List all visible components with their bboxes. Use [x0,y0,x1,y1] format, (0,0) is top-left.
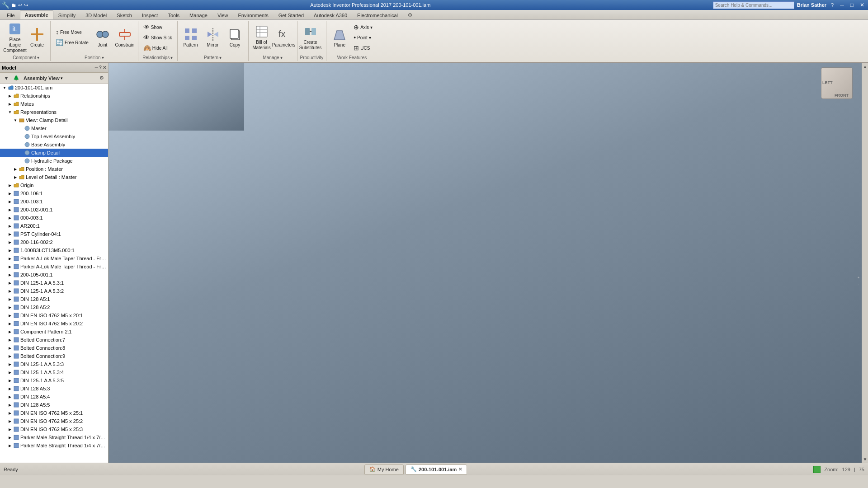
close-btn[interactable]: ✕ [858,2,866,8]
tree-item-mates[interactable]: ▶Mates [0,100,108,108]
tree-expand-parker-2[interactable]: ▶ [7,264,13,269]
tab-environments[interactable]: Environments [233,10,274,19]
tab-my-home[interactable]: 🏠 My Home [364,465,404,474]
tree-item-000-003-1[interactable]: ▶000-003:1 [0,214,108,222]
tree-expand-PST-Cylinder[interactable]: ▶ [7,231,13,237]
tree-item-bolted-conn-8[interactable]: ▶Bolted Connection:8 [0,344,108,352]
tree-expand-base-assembly[interactable] [18,142,24,147]
tree-item-bolted-conn-9[interactable]: ▶Bolted Connection:9 [0,352,108,360]
tree-item-parker-male-1[interactable]: ▶Parker Male Straight Thread 1/4 x 7/16-… [0,433,108,441]
tree-expand-master[interactable] [18,126,24,131]
tab-a360[interactable]: Autodesk A360 [309,10,352,19]
tree-item-level-of-detail[interactable]: ▶Level of Detail : Master [0,173,108,181]
tab-current-file[interactable]: 🔧 200-101-001.iam ✕ [406,465,467,474]
tree-expand-din-en-iso-4762-m5x25-3[interactable]: ▶ [7,427,13,432]
viewcube[interactable]: LEFT FRONT [821,67,857,103]
pattern-button[interactable]: Pattern [180,24,201,51]
minimize-btn[interactable]: ─ [838,2,846,8]
panel-resize-handle[interactable] [106,63,108,463]
tree-item-top-level[interactable]: Top Level Assembly [0,132,108,141]
tree-expand-din-en-iso-4762-m5x25-1[interactable]: ▶ [7,410,13,416]
tree-item-parker-male-2[interactable]: ▶Parker Male Straight Thread 1/4 x 7/16-… [0,441,108,450]
tree-expand-din125-5-3-3[interactable]: ▶ [7,361,13,367]
quick-save-icon[interactable]: 🖿 [11,2,16,8]
tab-simplify[interactable]: Simplify [53,10,81,19]
pattern-group-label[interactable]: Pattern ▾ [180,54,245,61]
tree-expand-din128-as2[interactable]: ▶ [7,305,13,310]
tree-item-din128-as3[interactable]: ▶DIN 128 A5:3 [0,385,108,393]
tree-item-din-en-iso-4762-m5x20-2[interactable]: ▶DIN EN ISO 4762 M5 x 20:2 [0,319,108,328]
relationships-group-label[interactable]: Relationships ▾ [141,54,175,61]
tree-expand-position-master[interactable]: ▶ [13,166,18,172]
tree-expand-din125-5-3-5[interactable]: ▶ [7,378,13,383]
tree-item-root[interactable]: ▼200-101-001.iam [0,84,108,92]
tab-sketch[interactable]: Sketch [112,10,137,19]
help-btn[interactable]: ? [829,2,835,8]
tab-view[interactable]: View [212,10,233,19]
tree-expand-AR200-1[interactable]: ▶ [7,223,13,229]
tree-expand-bolted-conn-7[interactable]: ▶ [7,337,13,343]
tree-expand-parker-male-1[interactable]: ▶ [7,435,13,440]
manage-group-label[interactable]: Manage ▾ [251,54,294,61]
tree-expand-din125-1a-5-3-2[interactable]: ▶ [7,288,13,294]
tree-item-din-en-iso-4762-m5x25-3[interactable]: ▶DIN EN ISO 4762 M5 x 25:3 [0,425,108,433]
tree-expand-200-105-001-1[interactable]: ▶ [7,272,13,277]
panel-close-btn[interactable]: ✕ [103,65,106,70]
free-rotate-button[interactable]: 🔄 Free Rotate [53,38,91,47]
tree-expand-hydraulic[interactable] [18,158,24,164]
assembly-view-dropdown[interactable]: ▾ [61,76,63,80]
tree-item-component-pattern[interactable]: ▶Component Pattern 2:1 [0,328,108,336]
create-substitutes-button[interactable]: Create Substitutes [300,24,321,51]
tree-item-position-master[interactable]: ▶Position : Master [0,165,108,173]
tab-manage[interactable]: Manage [184,10,212,19]
show-button[interactable]: 👁 Show [141,22,175,32]
tree-item-parker-1[interactable]: ▶Parker A-Lok Male Taper Thread - Fracti… [0,254,108,263]
tree-item-din128-as2[interactable]: ▶DIN 128 A5:2 [0,303,108,311]
panel-collapse-btn[interactable]: ─ [95,65,98,70]
tree-expand-200-103-1[interactable]: ▶ [7,199,13,204]
tree-item-base-assembly[interactable]: Base Assembly [0,141,108,149]
tree-expand-din128-as5[interactable]: ▶ [7,402,13,408]
tree-expand-component-pattern[interactable]: ▶ [7,329,13,334]
tab-file[interactable]: File [2,10,20,19]
tree-expand-level-of-detail[interactable]: ▶ [13,174,18,180]
tree-item-din-en-iso-4762-m5x25-2[interactable]: ▶DIN EN ISO 4762 M5 x 25:2 [0,417,108,425]
tab-tools[interactable]: Tools [163,10,184,19]
tree-expand-din-en-iso-4762-m5x20-2[interactable]: ▶ [7,321,13,326]
right-panel-down[interactable]: ▼ [863,456,868,462]
viewcube-box[interactable]: LEFT FRONT [821,67,853,99]
tree-expand-din125-1a-5-3-1[interactable]: ▶ [7,280,13,286]
tree-item-200-116-002-2[interactable]: ▶200-116-002:2 [0,238,108,246]
component-group-label[interactable]: Component ▾ [5,54,47,61]
tab-settings[interactable]: ⚙ [403,10,417,19]
tree-expand-bolted-conn-8[interactable]: ▶ [7,345,13,351]
tree-expand-din-en-iso-4762-m5x20-1[interactable]: ▶ [7,313,13,318]
tree-item-bolted-conn-7[interactable]: ▶Bolted Connection:7 [0,336,108,344]
tree-expand-din-en-iso-4762-m5x25-2[interactable]: ▶ [7,418,13,424]
tree-expand-mates[interactable]: ▶ [7,101,13,107]
tree-item-hydraulic[interactable]: Hydraulic Package [0,157,108,165]
tree-expand-parker-1[interactable]: ▶ [7,256,13,261]
right-panel-up[interactable]: ▲ [863,64,868,69]
point-button[interactable]: • Point ▾ [351,33,375,42]
tree-item-din125-1a-5-3-1[interactable]: ▶DIN 125-1 A A 5.3:1 [0,279,108,287]
axis-button[interactable]: ⊕ Axis ▾ [351,22,375,32]
tab-electromechanical[interactable]: Electromechanical [352,10,403,19]
tree-item-200-102-001-1[interactable]: ▶200-102-001:1 [0,206,108,214]
free-move-button[interactable]: ↕ Free Move [53,27,91,37]
tree-expand-origin[interactable]: ▶ [7,183,13,188]
tree-expand-bolted-conn-9[interactable]: ▶ [7,353,13,359]
create-button[interactable]: Create [27,24,47,51]
tree-item-AR200-1[interactable]: ▶AR200:1 [0,222,108,230]
tree-item-200-105-001-1[interactable]: ▶200-105-001:1 [0,271,108,279]
assembly-view-label[interactable]: Assembly View [24,75,60,81]
tree-item-parker-2[interactable]: ▶Parker A-Lok Male Taper Thread - Fracti… [0,263,108,271]
tree-expand-000-003-1[interactable]: ▶ [7,215,13,221]
search-input[interactable] [713,1,794,9]
tree-expand-din125-5-3-4[interactable]: ▶ [7,370,13,375]
tree-expand-200-106-1[interactable]: ▶ [7,191,13,196]
tree-expand-clamp-detail[interactable] [18,150,24,155]
zoom-out-tool[interactable]: - [856,282,861,287]
tree-item-din125-5-3-5[interactable]: ▶DIN 125-1 A A 5.3:5 [0,376,108,385]
tree-item-din128-as5[interactable]: ▶DIN 128 A5:5 [0,401,108,409]
